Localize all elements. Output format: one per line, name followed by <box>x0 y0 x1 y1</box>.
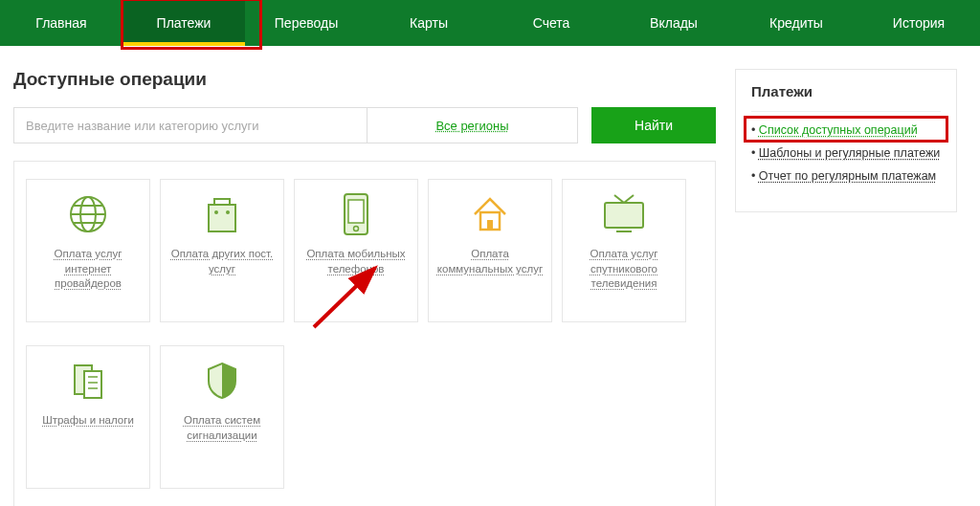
svg-line-16 <box>624 195 634 203</box>
nav-accounts[interactable]: Счета <box>490 0 612 46</box>
svg-rect-5 <box>209 205 235 231</box>
category-fines[interactable]: Штрафы и налоги <box>26 345 150 489</box>
nav-history[interactable]: История <box>858 0 980 46</box>
category-internet[interactable]: Оплата услуг интернет провайдеров <box>26 179 150 322</box>
shield-icon <box>199 358 245 404</box>
house-icon <box>467 191 513 237</box>
category-label: Оплата услуг спутникового телевидения <box>568 247 679 292</box>
tv-icon <box>601 191 647 237</box>
nav-payments[interactable]: Платежи <box>122 0 245 46</box>
category-label: Оплата мобильных телефонов <box>301 247 412 276</box>
region-select[interactable]: Все регионы <box>368 107 578 143</box>
category-label: Оплата услуг интернет провайдеров <box>33 247 144 292</box>
search-input[interactable] <box>13 107 368 143</box>
category-utilities[interactable]: Оплата коммунальных услуг <box>428 179 552 322</box>
bag-icon <box>199 191 245 237</box>
svg-point-7 <box>226 210 230 214</box>
category-mobile[interactable]: Оплата мобильных телефонов <box>294 179 418 322</box>
nav-cards[interactable]: Карты <box>368 0 490 46</box>
sidebar-link-templates[interactable]: Шаблоны и регулярные платежи <box>759 146 940 160</box>
receipt-icon <box>65 358 111 404</box>
svg-rect-18 <box>84 371 101 398</box>
nav-transfers[interactable]: Переводы <box>245 0 368 46</box>
sidebar-link-report[interactable]: Отчет по регулярным платежам <box>759 169 936 183</box>
svg-line-15 <box>614 195 624 203</box>
main-column: Доступные операции Все регионы Найти Опл… <box>13 69 716 506</box>
svg-rect-13 <box>605 203 643 228</box>
nav-deposits[interactable]: Вклады <box>612 0 735 46</box>
category-label: Оплата систем сигнализации <box>167 413 278 443</box>
svg-rect-12 <box>487 220 493 230</box>
category-label: Оплата коммунальных услуг <box>434 247 546 276</box>
category-tv[interactable]: Оплата услуг спутникового телевидения <box>562 179 686 322</box>
svg-rect-9 <box>348 200 364 223</box>
category-grid: Оплата услуг интернет провайдеров Оплата… <box>13 161 716 506</box>
category-label: Оплата других пост. услуг <box>167 247 278 276</box>
phone-icon <box>333 191 379 237</box>
sidebar-link-operations[interactable]: Список доступных операций <box>759 123 918 137</box>
category-other[interactable]: Оплата других пост. услуг <box>160 179 284 322</box>
page-title: Доступные операции <box>13 69 716 90</box>
sidebar: Платежи Список доступных операций Шаблон… <box>735 69 957 506</box>
category-label: Штрафы и налоги <box>42 413 134 429</box>
sidebar-title: Платежи <box>751 83 941 112</box>
svg-point-6 <box>214 210 218 214</box>
main-nav: Главная Платежи Переводы Карты Счета Вкл… <box>0 0 980 46</box>
nav-home[interactable]: Главная <box>0 0 122 46</box>
globe-icon <box>65 191 111 237</box>
nav-credits[interactable]: Кредиты <box>735 0 858 46</box>
find-button[interactable]: Найти <box>591 107 716 143</box>
category-alarm[interactable]: Оплата систем сигнализации <box>160 345 284 489</box>
